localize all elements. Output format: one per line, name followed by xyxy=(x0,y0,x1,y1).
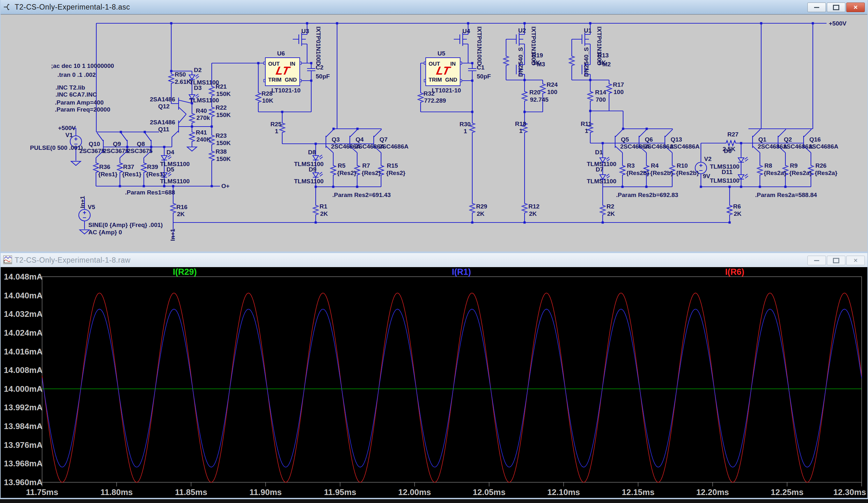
schematic-label: R1 xyxy=(320,203,327,210)
schematic-label: .Param Res2a=588.84 xyxy=(755,191,817,199)
schematic-label: 50pF xyxy=(477,73,491,80)
schematic-label: D2 xyxy=(194,67,202,74)
schematic-label: Q10 xyxy=(89,140,100,148)
schematic-label: R6 xyxy=(733,203,741,210)
schematic-label: R50 xyxy=(175,71,186,78)
svg-text:12.00ms: 12.00ms xyxy=(398,488,431,497)
schematic-label: In+1 xyxy=(169,229,176,241)
schematic-label: 2K xyxy=(734,210,741,217)
schematic-label: +500V xyxy=(829,20,846,27)
schematic-label: DN2540_S xyxy=(583,47,590,77)
schematic-label: .Param Res2=691.43 xyxy=(332,191,391,199)
schematic-label: R38 xyxy=(216,148,227,155)
svg-text:12.15ms: 12.15ms xyxy=(622,488,655,497)
schematic-label: D1 xyxy=(595,149,603,156)
svg-text:12.25ms: 12.25ms xyxy=(771,488,804,497)
schematic-label: 2K xyxy=(177,211,185,218)
plot-close-button[interactable]: ✕ xyxy=(846,256,865,265)
schematic-label: R30 xyxy=(459,121,471,128)
schematic-label: U2 xyxy=(518,27,526,34)
schematic-label: 150K xyxy=(216,156,230,163)
schematic-label: V1 xyxy=(65,132,73,139)
schematic-label: TLMS1100 xyxy=(710,177,740,184)
schematic-label: {Res2a} xyxy=(764,170,786,177)
schematic-label: IXTP01N100D xyxy=(596,27,603,66)
schematic-label: Q5 xyxy=(621,136,629,143)
schematic-label: R27 xyxy=(727,131,738,138)
schematic-label: .Param Amp=400 xyxy=(55,99,104,106)
schematic-label: Q7 xyxy=(380,136,388,143)
schematic-label: R39 xyxy=(147,164,158,170)
schematic-label: 2SC4686A xyxy=(783,143,813,150)
schematic-label: R29 xyxy=(476,203,487,210)
schematic-label: 100 xyxy=(547,88,557,96)
schematic-label: TLMS1100 xyxy=(189,97,219,104)
svg-text:14.024mA: 14.024mA xyxy=(4,328,43,337)
schematic-label: R21 xyxy=(216,83,227,90)
schematic-label: 150K xyxy=(216,112,230,118)
svg-text:14.016mA: 14.016mA xyxy=(4,347,43,356)
schematic-label: R16 xyxy=(176,204,187,211)
schematic-label: D4 xyxy=(166,149,174,156)
svg-text:14.008mA: 14.008mA xyxy=(4,365,43,375)
schematic-label: 2K xyxy=(529,210,537,217)
schematic-label: R20 xyxy=(529,89,540,96)
svg-text:13.968mA: 13.968mA xyxy=(4,459,43,468)
schematic-canvas[interactable]: OUTINTRIMGNDLTU6LT1021-10OUTINTRIMGNDLTU… xyxy=(1,14,867,251)
schematic-label: In+1 xyxy=(79,196,86,208)
schematic-label: M3 xyxy=(537,61,545,68)
schematic-label: R26 xyxy=(815,162,827,169)
schematic-label: 2SA1486 xyxy=(150,119,175,126)
plot-minimize-button[interactable] xyxy=(807,256,826,265)
schematic-label: M2 xyxy=(602,61,611,68)
schematic-label: DN2540_S xyxy=(517,47,524,77)
schematic-label: +500V xyxy=(58,125,75,132)
schematic-label: {Res2b} xyxy=(626,170,649,177)
schematic-label: Q12 xyxy=(158,103,170,110)
schematic-label: Q9 xyxy=(113,140,121,148)
schematic-label: 2K xyxy=(477,210,484,217)
schematic-label: 2SC3675 xyxy=(80,148,105,155)
waveform-plot-canvas[interactable]: 14.048mA14.040mA14.032mA14.024mA14.016mA… xyxy=(1,267,867,498)
schematic-label: 10K xyxy=(262,97,273,104)
svg-text:13.960mA: 13.960mA xyxy=(4,478,43,487)
schematic-label: 270k xyxy=(196,114,210,122)
plot-maximize-button[interactable] xyxy=(827,256,845,265)
schematic-label: R23 xyxy=(216,132,227,139)
schematic-label: 2SC4686A xyxy=(379,143,409,150)
schematic-label: R25 xyxy=(270,121,281,128)
schematic-label: 1 xyxy=(275,128,278,135)
schematic-label: {Res1} xyxy=(122,171,141,178)
schematic-label: .tran 0 .1 .002 xyxy=(58,71,96,78)
schematic-label: V2 xyxy=(704,156,711,163)
svg-text:I(R6): I(R6) xyxy=(725,267,744,277)
svg-text:13.992mA: 13.992mA xyxy=(4,402,43,412)
schematic-label: 150K xyxy=(216,140,230,147)
svg-text:14.032mA: 14.032mA xyxy=(4,309,43,319)
waveform-plot: 14.048mA14.040mA14.032mA14.024mA14.016mA… xyxy=(1,267,868,498)
svg-text:I(R29): I(R29) xyxy=(173,267,197,277)
schematic-label: Q3 xyxy=(332,136,340,143)
schematic-label: {Res1} xyxy=(146,171,165,178)
schematic-label: D7 xyxy=(596,166,603,173)
schematic-label: R41 xyxy=(196,129,207,136)
svg-text:11.95ms: 11.95ms xyxy=(324,488,356,497)
schematic-label: IXTP01N100D xyxy=(476,27,483,66)
svg-text:12.10ms: 12.10ms xyxy=(547,488,580,497)
schematic-label: R7 xyxy=(362,162,370,169)
schematic-label: 2SC4686A xyxy=(758,143,787,150)
schematic-label: {Res2b} xyxy=(650,170,673,177)
schematic-label: TLMS1100 xyxy=(587,178,617,185)
schematic-label: R5 xyxy=(338,162,345,169)
schematic-label: .Param Res2b=692.83 xyxy=(616,191,678,199)
schematic-label: 700 xyxy=(596,96,606,103)
schematic-label: .INC T2.lib xyxy=(55,84,85,91)
schematic-label: R8 xyxy=(764,162,772,169)
schematic-label: .INC 6CA7.INC xyxy=(55,91,97,98)
schematic-label: TLMS1100 xyxy=(294,178,324,185)
schematic-label: .Param Res1=688 xyxy=(125,189,175,196)
schematic-labels: ;ac dec 10 1 10000000.tran 0 .1 .002.INC… xyxy=(1,0,868,251)
waveform-file-icon xyxy=(3,255,13,265)
plot-window-titlebar[interactable]: T2-CS-Only-Experimental-1-8.raw ✕ xyxy=(1,253,867,268)
schematic-label: R4 xyxy=(651,162,659,169)
